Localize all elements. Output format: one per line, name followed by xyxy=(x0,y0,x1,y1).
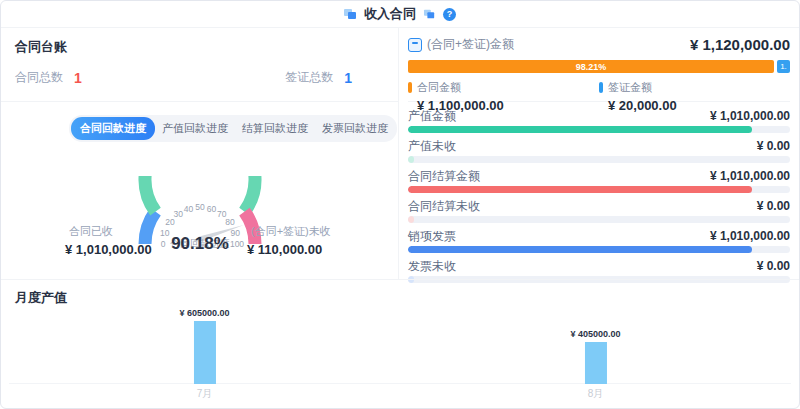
metric-row: 销项发票¥ 1,010,000.00 xyxy=(408,229,790,253)
page-title: 收入合同 xyxy=(364,5,416,23)
metric-label: 合同结算未收 xyxy=(408,199,480,213)
metric-value: ¥ 0.00 xyxy=(757,199,790,213)
metric-value: ¥ 0.00 xyxy=(757,259,790,273)
gauge-tick-label: 60 xyxy=(207,204,217,214)
total-amount-label-wrap: (合同+签证)金额 xyxy=(408,36,514,53)
metric-label: 发票未收 xyxy=(408,259,456,273)
x-axis-label: 7月 xyxy=(197,387,213,401)
received-stat: 合同已收 ¥ 1,010,000.00 xyxy=(65,224,152,257)
visa-bar-segment: 1. xyxy=(777,60,790,73)
month-bar-group: ¥ 405000.008月 xyxy=(570,329,620,384)
unreceived-stat: (合同+签证)未收 ¥ 110,000.00 xyxy=(247,224,331,257)
metric-track xyxy=(408,156,790,163)
month-bar-group: ¥ 605000.007月 xyxy=(179,308,229,384)
metric-label: 销项发票 xyxy=(408,229,456,243)
summary-panel: (合同+签证)金额 ¥ 1,120,000.00 98.21% 1. 合同金额 … xyxy=(399,28,799,279)
metric-row: 产值金额¥ 1,010,000.00 xyxy=(408,109,790,133)
metric-fill xyxy=(408,186,752,193)
metric-value: ¥ 1,010,000.00 xyxy=(710,229,790,243)
metric-row: 产值未收¥ 0.00 xyxy=(408,139,790,163)
metric-value: ¥ 1,010,000.00 xyxy=(710,109,790,123)
unreceived-value: ¥ 110,000.00 xyxy=(247,242,331,257)
legend-label: 签证金额 xyxy=(608,80,652,95)
summary-header-section: (合同+签证)金额 ¥ 1,120,000.00 98.21% 1. 合同金额 … xyxy=(408,28,790,102)
tab-产值回款进度[interactable]: 产值回款进度 xyxy=(155,118,235,139)
metric-row: 合同结算未收¥ 0.00 xyxy=(408,199,790,223)
gauge-section: 合同回款进度产值回款进度结算回款进度发票回款进度 010203040506070… xyxy=(1,102,398,278)
metric-label: 产值未收 xyxy=(408,139,456,153)
stat-value: 1 xyxy=(74,70,82,86)
metric-row: 合同结算金额¥ 1,010,000.00 xyxy=(408,169,790,193)
x-axis-line xyxy=(9,383,791,384)
page-header: 收入合同 ? xyxy=(1,1,799,28)
tab-结算回款进度[interactable]: 结算回款进度 xyxy=(235,118,315,139)
total-amount-value: ¥ 1,120,000.00 xyxy=(690,36,790,53)
app-window: 收入合同 ? 合同台账 合同总数 1 签证总数 1 xyxy=(0,0,800,409)
contract-bar-segment: 98.21% xyxy=(408,60,774,73)
contract-icon-left[interactable] xyxy=(344,8,357,20)
metric-label: 合同结算金额 xyxy=(408,169,480,183)
stat-contract-count: 合同总数 1 xyxy=(15,69,82,86)
gauge-tick-label: 30 xyxy=(174,209,184,219)
legend-mark-visa xyxy=(599,82,603,93)
received-value: ¥ 1,010,000.00 xyxy=(65,242,152,257)
stat-label: 签证总数 xyxy=(285,69,333,86)
stat-visa-count: 签证总数 1 xyxy=(285,69,352,86)
bar-value-label: ¥ 405000.00 xyxy=(570,329,620,339)
help-icon[interactable]: ? xyxy=(443,8,456,21)
document-icon xyxy=(408,38,422,52)
ledger-header-section: 合同台账 合同总数 1 签证总数 1 xyxy=(1,28,398,102)
metric-track xyxy=(408,126,790,133)
metric-fill xyxy=(408,216,414,223)
x-axis-label: 8月 xyxy=(588,387,604,401)
tab-合同回款进度[interactable]: 合同回款进度 xyxy=(71,117,155,140)
metric-track xyxy=(408,246,790,253)
monthly-chart: ¥ 605000.007月¥ 405000.008月 xyxy=(9,308,791,404)
contract-icon-right[interactable] xyxy=(424,9,435,19)
ledger-panel: 合同台账 合同总数 1 签证总数 1 合同回款进度产值回款进度结算回款进度发票回… xyxy=(1,28,399,279)
gauge-tick-label: 50 xyxy=(195,202,205,212)
metric-track xyxy=(408,216,790,223)
metric-fill xyxy=(408,246,752,253)
bar-value-label: ¥ 605000.00 xyxy=(179,308,229,318)
gauge-tick-label: 40 xyxy=(184,204,194,214)
progress-tabs: 合同回款进度产值回款进度结算回款进度发票回款进度 xyxy=(69,115,397,142)
monthly-output-section: 月度产值 ¥ 605000.007月¥ 405000.008月 xyxy=(1,279,799,408)
stat-label: 合同总数 xyxy=(15,69,63,86)
main-content: 合同台账 合同总数 1 签证总数 1 合同回款进度产值回款进度结算回款进度发票回… xyxy=(1,28,799,279)
summary-metrics: 产值金额¥ 1,010,000.00产值未收¥ 0.00合同结算金额¥ 1,01… xyxy=(408,102,790,289)
metric-fill xyxy=(408,126,752,133)
unreceived-label: (合同+签证)未收 xyxy=(251,224,331,239)
metric-track xyxy=(408,186,790,193)
metric-value: ¥ 0.00 xyxy=(757,139,790,153)
stat-value: 1 xyxy=(344,70,352,86)
received-label: 合同已收 xyxy=(69,224,152,239)
bar xyxy=(585,342,607,384)
monthly-title: 月度产值 xyxy=(15,289,67,307)
ledger-stats: 合同总数 1 签证总数 1 xyxy=(15,69,384,86)
tab-发票回款进度[interactable]: 发票回款进度 xyxy=(315,118,395,139)
metric-label: 产值金额 xyxy=(408,109,456,123)
total-amount-label: (合同+签证)金额 xyxy=(427,36,514,53)
metric-fill xyxy=(408,156,414,163)
gauge-tick-label: 80 xyxy=(225,217,235,227)
total-amount-row: (合同+签证)金额 ¥ 1,120,000.00 xyxy=(408,36,790,53)
bar xyxy=(194,321,216,384)
metric-value: ¥ 1,010,000.00 xyxy=(710,169,790,183)
legend-mark-contract xyxy=(408,82,412,93)
gauge-percent: 90.18% xyxy=(1,234,399,254)
composition-bar: 98.21% 1. xyxy=(408,60,790,73)
legend-label: 合同金额 xyxy=(417,80,461,95)
ledger-title: 合同台账 xyxy=(15,38,384,56)
